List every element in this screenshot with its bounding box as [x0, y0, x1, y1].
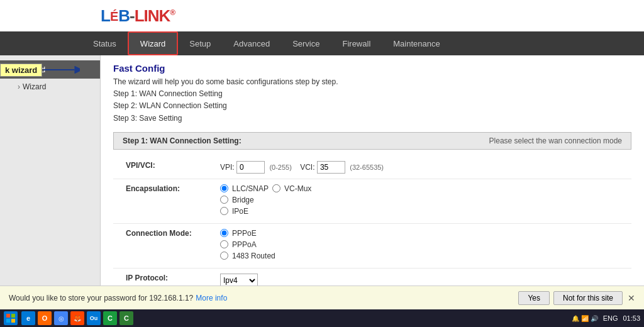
vpi-label: VPI: [220, 163, 235, 172]
routed-label: 1483 Routed [232, 252, 275, 260]
windows-icon [6, 314, 15, 323]
encap-llc-radio[interactable] [220, 184, 228, 192]
encapsulation-label: Encapsulation: [113, 179, 214, 223]
ip-protocol-value: Ipv4 Ipv6 Both [214, 268, 631, 285]
step1-hint: Please select the wan connection mode [489, 136, 622, 145]
not-for-site-button[interactable]: Not for this site [553, 291, 623, 305]
encap-llc-label: LLC/SNAP [232, 184, 269, 193]
sidebar-wizard-sub[interactable]: Wizard [0, 79, 100, 95]
routed-radio[interactable] [220, 252, 228, 260]
encapsulation-value: LLC/SNAP VC-Mux Bridge IPoE [214, 179, 631, 223]
vpi-range: (0-255) [269, 164, 291, 171]
sidebar-wizard-sub-label: Wizard [23, 82, 46, 91]
taskbar-chrome-icon[interactable]: ◎ [54, 311, 68, 325]
sidebar-wizard-active[interactable]: Wizard [0, 60, 100, 79]
taskbar-notification-icons: 🔔 📶 🔊 [572, 315, 598, 322]
svg-rect-3 [11, 314, 15, 318]
step1-label: Step 1: WAN Connection Setting: [123, 136, 242, 145]
vpi-input[interactable] [236, 161, 265, 174]
vpi-vci-row: VPI/VCI: VPI: (0-255) VCI: (32-65535) [113, 156, 631, 179]
encap-bridge-group: Bridge [220, 196, 625, 204]
taskbar-outlook-icon[interactable]: Ou [87, 311, 101, 325]
taskbar-opera-icon[interactable]: O [38, 311, 52, 325]
nav-bar: Status Wizard Setup Advanced Service Fir… [0, 31, 644, 55]
wan-config-form: VPI/VCI: VPI: (0-255) VCI: (32-65535) En… [113, 156, 631, 285]
taskbar-lang: ENG [603, 314, 618, 322]
password-bar-text: Would you like to store your password fo… [9, 294, 193, 302]
routed-group: 1483 Routed [220, 252, 625, 260]
step1-header: Step 1: WAN Connection Setting: Please s… [113, 132, 631, 150]
nav-status[interactable]: Status [82, 31, 128, 55]
connection-mode-label: Connection Mode: [113, 223, 214, 268]
taskbar-time: 01:53 [623, 314, 640, 322]
pppoa-label: PPPoA [232, 240, 257, 249]
taskbar-apps: e O ◎ 🦊 Ou C C [21, 311, 133, 325]
taskbar-ie-icon[interactable]: e [21, 311, 35, 325]
vpi-vci-value: VPI: (0-255) VCI: (32-65535) [214, 156, 631, 179]
vci-input[interactable] [317, 161, 345, 174]
encap-vcmux-radio[interactable] [272, 184, 280, 192]
encap-vcmux-label: VC-Mux [284, 184, 311, 193]
vci-label: VCI: [300, 163, 314, 172]
logo-bar: LÉB-LINK® [0, 0, 644, 31]
content-panel: Fast Config The wizard will help you do … [101, 55, 644, 285]
ip-protocol-row: IP Protocol: Ipv4 Ipv6 Both [113, 268, 631, 285]
nav-setup[interactable]: Setup [178, 31, 222, 55]
close-password-bar-button[interactable]: ✕ [628, 293, 635, 303]
nav-service[interactable]: Service [281, 31, 331, 55]
ip-protocol-select[interactable]: Ipv4 Ipv6 Both [220, 274, 258, 285]
sidebar-wizard-label: Wizard [20, 65, 45, 74]
svg-rect-5 [11, 319, 15, 323]
yes-button[interactable]: Yes [518, 291, 550, 305]
nav-maintenance[interactable]: Maintenance [382, 31, 451, 55]
fast-config-title: Fast Config [113, 63, 631, 74]
encap-ipoe-group: IPoE [220, 207, 625, 216]
fast-config-desc: The wizard will help you do some basic c… [113, 76, 631, 125]
vci-range: (32-65535) [350, 164, 384, 171]
pppoa-radio[interactable] [220, 240, 228, 248]
encap-ipoe-label: IPoE [232, 207, 248, 216]
pppoa-group: PPPoA [220, 240, 625, 249]
encap-llc-group: LLC/SNAP VC-Mux [220, 184, 625, 193]
pppoe-radio[interactable] [220, 229, 228, 237]
ip-protocol-label: IP Protocol: [113, 268, 214, 285]
encapsulation-row: Encapsulation: LLC/SNAP VC-Mux Bridge [113, 179, 631, 223]
connection-mode-row: Connection Mode: PPPoE PPPoA 1483 Rou [113, 223, 631, 268]
more-info-link[interactable]: More info [196, 294, 227, 302]
svg-rect-2 [6, 314, 10, 318]
svg-rect-4 [6, 319, 10, 323]
encap-bridge-radio[interactable] [220, 196, 228, 204]
taskbar-app2-icon[interactable]: C [119, 311, 133, 325]
nav-firewall[interactable]: Firewall [331, 31, 382, 55]
pppoe-group: PPPoE [220, 229, 625, 238]
taskbar-app1-icon[interactable]: C [103, 311, 117, 325]
connection-mode-value: PPPoE PPPoA 1483 Routed [214, 223, 631, 268]
taskbar-firefox-icon[interactable]: 🦊 [70, 311, 84, 325]
nav-wizard[interactable]: Wizard [128, 31, 178, 55]
start-button[interactable] [4, 311, 18, 325]
logo-icon: LÉB-LINK® [101, 6, 175, 26]
encap-bridge-label: Bridge [232, 196, 254, 204]
sidebar: Wizard Wizard [0, 55, 101, 285]
nav-advanced[interactable]: Advanced [222, 31, 281, 55]
password-bar: Would you like to store your password fo… [0, 285, 644, 309]
encap-ipoe-radio[interactable] [220, 207, 228, 215]
taskbar-right: 🔔 📶 🔊 ENG 01:53 [572, 314, 640, 322]
pppoe-label: PPPoE [232, 229, 257, 238]
vpi-vci-label: VPI/VCI: [113, 156, 214, 179]
taskbar: e O ◎ 🦊 Ou C C 🔔 📶 🔊 ENG 01:5 [0, 309, 644, 327]
